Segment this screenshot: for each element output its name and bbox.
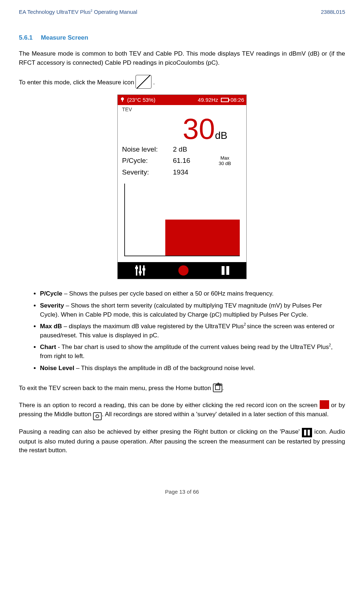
record-square-icon [320,400,329,409]
pause-button-icon [302,428,312,437]
status-temp: (23°C 53%) [127,96,155,104]
record-a: There is an option to record a reading, … [19,402,320,409]
bullet-label: Max dB [40,323,62,330]
status-freq: 49.92Hz [198,96,218,104]
settings-icon[interactable] [134,265,145,276]
noise-value: 2 dB [173,144,206,154]
para-intro: The Measure mode is common to both TEV a… [19,49,345,67]
doc-header-right: 2388L015 [321,8,345,16]
pcycle-value: 61.16 [173,156,206,166]
para-enter-mode: To enter this mode, click the Measure ic… [19,75,345,87]
para-record: There is an option to record a reading, … [19,400,345,420]
pause-icon[interactable] [222,266,230,275]
battery-icon [221,98,229,102]
device-screenshot: (23°C 53%) 49.92Hz 08:26 TEV 30dB Noise … [117,95,247,280]
doc-header-left: EA Technology UltraTEV Plus2 Operating M… [19,8,137,16]
pcycle-label: P/Cycle: [122,156,173,166]
bullet-text-a: – displays the maximum dB value register… [62,323,244,330]
definitions-list: P/Cycle – Shows the pulses per cycle bas… [40,289,345,373]
pause-a: Pausing a reading can also be achieved b… [19,428,302,435]
max-label: Max [208,155,242,161]
reading-value: 30 [183,113,215,145]
noise-label: Noise level: [122,144,173,154]
record-icon[interactable] [178,265,189,276]
section-heading: 5.6.1 Measure Screen [19,33,345,43]
bullet-label: P/Cycle [40,290,62,297]
list-item: Max dB – displays the maximum dB value r… [40,322,345,340]
doc-suffix: Operating Manual [92,9,137,15]
record-c: . All recordings are stored within a 'su… [102,411,328,418]
max-value: 30 dB [208,161,242,166]
measure-icon [136,75,151,89]
metrics-table: Noise level: 2 dB P/Cycle: 61.16 Max 30 … [122,144,242,177]
bullet-label: Chart [40,344,56,350]
status-time: 08:26 [230,96,244,104]
list-item: P/Cycle – Shows the pulses per cycle bas… [40,289,345,298]
enter-mode-tail: . [153,78,155,87]
home-icon [213,384,222,392]
exit-text-a: To exit the TEV screen back to the main … [19,385,213,392]
max-block: Max 30 dB [208,155,242,166]
severity-value: 1934 [173,167,206,177]
para-pause: Pausing a reading can also be achieved b… [19,428,345,455]
device-footer-bar [118,262,246,279]
primary-reading: 30dB [122,115,227,144]
sup-two: 2 [244,323,247,327]
page-number: Page 13 of 66 [19,488,345,496]
bullet-label: Noise Level [40,365,74,372]
reading-unit: dB [215,130,227,141]
mode-label: TEV [122,105,242,113]
section-number: 5.6.1 [19,34,33,41]
bullet-text: – Shows the short term severity (calcula… [40,302,322,318]
list-item: Noise Level – This displays the amplitud… [40,364,345,373]
product-name: EA Technology UltraTEV Plus [19,9,90,15]
severity-label: Severity: [122,167,173,177]
list-item: Chart - The bar chart is used to show th… [40,343,345,361]
bullet-text: – This displays the amplitude in dB of t… [74,365,255,372]
middle-button-icon [93,412,102,420]
enter-mode-text: To enter this mode, click the Measure ic… [19,78,134,87]
status-bar: (23°C 53%) 49.92Hz 08:26 [118,95,246,105]
para-exit: To exit the TEV screen back to the main … [19,384,345,393]
amplitude-chart [124,184,240,256]
chart-bar [165,220,240,256]
bullet-label: Severity [40,302,64,309]
list-item: Severity – Shows the short term severity… [40,301,345,319]
mic-icon [120,97,125,103]
bullet-text-a: - The bar chart is used to show the ampl… [56,344,329,350]
bullet-text: – Shows the pulses per cycle based on ei… [62,290,274,297]
exit-text-b: . [222,385,224,392]
section-title: Measure Screen [41,34,88,41]
